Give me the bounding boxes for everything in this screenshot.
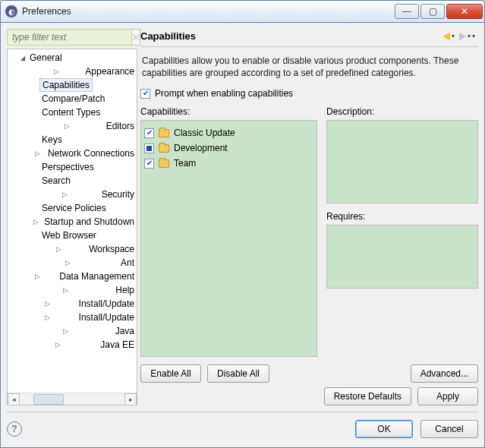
expand-icon[interactable] [30, 150, 46, 157]
nav-forward-button[interactable]: ▾ [459, 33, 471, 40]
help-button[interactable]: ? [7, 421, 22, 437]
minimize-button[interactable]: — [395, 4, 419, 19]
tree-horizontal-scrollbar[interactable]: ◂ ▸ [8, 393, 137, 405]
scroll-left-button[interactable]: ◂ [8, 393, 20, 405]
tree-item-install-update[interactable]: Install/Update [8, 311, 137, 324]
expand-icon[interactable] [18, 286, 113, 294]
titlebar: Preferences — ▢ ✕ [0, 0, 485, 23]
main-panel: Capabilities ▾ ▾ ▾ Capabilities allow yo… [140, 29, 478, 405]
expand-icon[interactable] [18, 341, 98, 349]
tree-item-label: Appearance [83, 65, 137, 77]
window-controls: — ▢ ✕ [395, 4, 483, 19]
tree-item-java-ee[interactable]: Java EE [8, 338, 137, 352]
clear-icon [132, 33, 140, 41]
tree-item-label: Data Management [57, 270, 137, 282]
tree-item-help[interactable]: Help [8, 283, 137, 297]
tree-item-label: Security [99, 188, 137, 200]
tree-item-label: Ant [118, 257, 137, 269]
tree-item-search[interactable]: Search [8, 174, 137, 188]
requires-label: Requires: [326, 211, 478, 222]
tree-item-content-types[interactable]: Content Types [8, 106, 137, 119]
footer: ? OK Cancel [7, 412, 478, 447]
tree-item-startup-and-shutdown[interactable]: Startup and Shutdown [8, 215, 137, 229]
arrow-left-icon [443, 33, 450, 40]
maximize-button[interactable]: ▢ [420, 4, 445, 19]
window-title: Preferences [22, 6, 71, 17]
tree-item-label: Compare/Patch [39, 93, 107, 105]
expand-icon[interactable] [30, 122, 104, 130]
tree-item-compare-patch[interactable]: Compare/Patch [8, 92, 137, 106]
capabilities-label: Capabilities: [140, 106, 317, 117]
tree-item-workspace[interactable]: Workspace [8, 242, 137, 256]
tree-item-label: Editors [104, 120, 137, 132]
expand-icon[interactable] [30, 245, 87, 253]
expand-icon[interactable] [30, 218, 42, 226]
close-button[interactable]: ✕ [446, 4, 483, 19]
page-description: Capabilities allow you to enable or disa… [140, 47, 478, 88]
tree-item-network-connections[interactable]: Network Connections [8, 147, 137, 160]
nav-back-button[interactable]: ▾ [443, 33, 455, 40]
expand-icon[interactable] [30, 191, 99, 198]
expand-icon[interactable] [18, 327, 113, 335]
tree-item-capabilities[interactable]: Capabilities [8, 78, 137, 92]
tree-item-label: Content Types [39, 106, 102, 118]
tree-item-service-policies[interactable]: Service Policies [8, 201, 137, 215]
tree-item-general[interactable]: General [8, 51, 137, 65]
tree-item-security[interactable]: Security [8, 188, 137, 201]
tree-item-label: Java EE [98, 339, 137, 351]
prompt-label: Prompt when enabling capabilities [155, 88, 293, 99]
tree-item-label: Capabilities [39, 78, 93, 92]
tree-item-label: Keys [39, 134, 65, 146]
expand-icon[interactable] [18, 259, 118, 267]
capability-checkbox[interactable] [144, 128, 154, 138]
scroll-right-button[interactable]: ▸ [124, 393, 137, 405]
capability-item[interactable]: Team [144, 156, 313, 171]
capability-label: Team [174, 158, 196, 169]
tree-item-web-browser[interactable]: Web Browser [8, 229, 137, 242]
tree-item-ant[interactable]: Ant [8, 256, 137, 270]
tree-item-install-update[interactable]: Install/Update [8, 297, 137, 311]
description-label: Description: [326, 106, 478, 117]
filter-clear-button[interactable] [132, 29, 140, 46]
apply-button[interactable]: Apply [417, 387, 478, 405]
tree-item-java[interactable]: Java [8, 324, 137, 338]
tree-item-data-management[interactable]: Data Management [8, 270, 137, 283]
tree-item-label: Install/Update [77, 298, 137, 310]
expand-icon[interactable] [18, 273, 57, 280]
capability-checkbox[interactable] [144, 144, 154, 153]
folder-icon [159, 159, 169, 168]
cancel-button[interactable]: Cancel [420, 420, 478, 438]
disable-all-button[interactable]: Disable All [207, 364, 269, 383]
tree-item-perspectives[interactable]: Perspectives [8, 160, 137, 174]
tree-item-label: Network Connections [46, 147, 137, 159]
tree-item-appearance[interactable]: Appearance [8, 65, 137, 78]
capability-item[interactable]: Classic Update [144, 125, 313, 140]
capability-checkbox[interactable] [144, 159, 154, 169]
expand-icon[interactable] [18, 54, 27, 62]
advanced-button[interactable]: Advanced... [411, 364, 478, 383]
prompt-checkbox[interactable] [140, 89, 150, 99]
page-menu-button[interactable]: ▾ [472, 33, 475, 39]
tree-item-label: Startup and Shutdown [42, 216, 137, 228]
restore-defaults-button[interactable]: Restore Defaults [324, 387, 411, 405]
enable-all-button[interactable]: Enable All [140, 364, 201, 383]
tree-item-label: Web Browser [39, 229, 99, 241]
scroll-thumb[interactable] [33, 394, 64, 405]
tree-item-label: Service Policies [39, 202, 109, 214]
tree-item-label: General [27, 52, 65, 64]
expand-icon[interactable] [30, 68, 83, 75]
dropdown-icon: ▾ [452, 33, 455, 39]
tree-item-editors[interactable]: Editors [8, 119, 137, 133]
filter-input[interactable] [7, 29, 132, 46]
capabilities-list[interactable]: Classic UpdateDevelopmentTeam [140, 120, 317, 357]
capability-item[interactable]: Development [144, 140, 313, 156]
preferences-tree[interactable]: GeneralAppearanceCapabilitiesCompare/Pat… [7, 49, 137, 405]
tree-item-keys[interactable]: Keys [8, 133, 137, 147]
ok-button[interactable]: OK [355, 420, 413, 438]
arrow-right-icon [459, 33, 466, 40]
description-box [326, 120, 478, 203]
expand-icon[interactable] [18, 314, 77, 321]
dropdown-icon: ▾ [468, 33, 471, 39]
expand-icon[interactable] [18, 300, 77, 308]
folder-icon [159, 144, 169, 153]
